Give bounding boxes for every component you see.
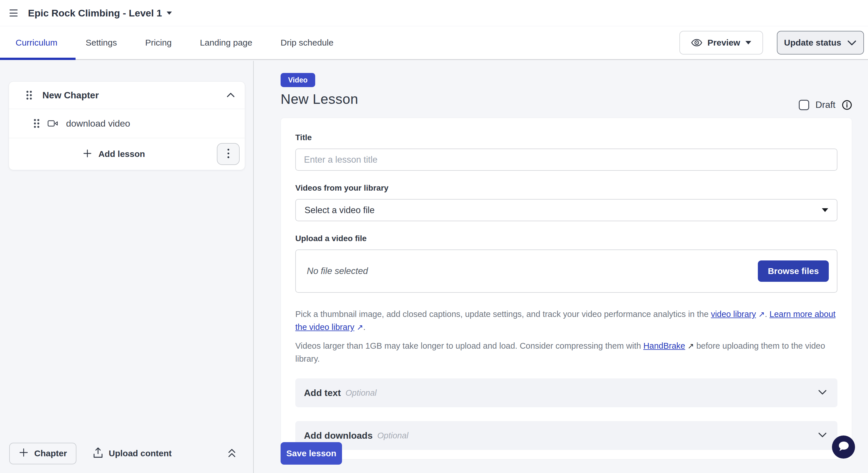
compress-help-text: Videos larger than 1GB may take longer t… [295,340,837,365]
video-library-select[interactable]: Select a video file [295,199,837,221]
lesson-editor-header: Video New Lesson Draft [281,73,852,107]
accordion-label: Add downloads [304,430,373,441]
preview-label: Preview [707,38,740,48]
select-value: Select a video file [305,205,375,216]
sidebar-footer: Chapter Upload content [0,442,253,465]
content-area: New Chapter [0,61,868,473]
chapter-title: New Chapter [42,90,226,101]
lesson-type-badge: Video [281,73,315,87]
browse-files-button[interactable]: Browse files [758,260,829,282]
tab-label: Landing page [200,38,252,48]
add-lesson-row: Add lesson [9,138,245,170]
file-dropzone[interactable]: No file selected Browse files [295,250,837,293]
plus-icon [19,448,29,460]
tab-bar: Curriculum Settings Pricing Landing page… [0,26,868,60]
accordion-label: Add text [304,388,341,398]
tab-label: Drip schedule [281,38,333,48]
video-camera-icon [48,120,58,127]
lesson-title-input[interactable] [295,149,837,171]
external-link-icon: ↗ [357,323,363,332]
tabs: Curriculum Settings Pricing Landing page… [0,26,362,59]
upload-content-button[interactable]: Upload content [93,447,172,460]
tab-label: Curriculum [16,38,57,48]
double-chevron-up-icon [227,447,237,460]
header-actions: Preview Update status [679,26,864,59]
help-text: Pick a thumbnail image, add closed capti… [295,310,711,319]
external-link-icon: ↗ [758,310,765,319]
top-bar: Epic Rock Climbing - Level 1 [0,0,868,26]
tab-label: Pricing [145,38,172,48]
tab-drip-schedule[interactable]: Drip schedule [281,26,333,59]
eye-icon [691,38,702,47]
lesson-item[interactable]: download video [9,109,245,138]
upload-field-label: Upload a video file [295,234,837,243]
add-lesson-button[interactable]: Add lesson [9,138,219,170]
upload-content-label: Upload content [109,448,172,458]
draft-label: Draft [815,99,835,110]
add-lesson-label: Add lesson [98,149,145,159]
preview-button[interactable]: Preview [679,31,763,55]
accordion-optional: Optional [345,388,818,398]
chevron-down-icon [818,389,827,396]
caret-down-icon [745,41,751,44]
add-chapter-button[interactable]: Chapter [9,443,76,464]
menu-icon[interactable] [9,9,18,17]
help-text: . [363,322,365,332]
kebab-menu-icon [227,148,230,160]
info-icon[interactable] [842,100,852,110]
curriculum-sidebar: New Chapter [0,61,254,473]
tab-label: Settings [86,38,117,48]
tab-landing-page[interactable]: Landing page [200,26,252,59]
chapter-header[interactable]: New Chapter [9,82,245,109]
course-title: Epic Rock Climbing - Level 1 [28,7,162,19]
chevron-up-icon[interactable] [226,93,235,98]
handbrake-link[interactable]: HandBrake [643,341,685,350]
chat-bubble-icon [837,440,850,454]
lesson-form-card: Title Videos from your library Select a … [281,118,852,460]
chat-widget-button[interactable] [832,436,855,459]
help-text: Videos larger than 1GB may take longer t… [295,341,643,350]
caret-down-icon [822,208,828,212]
no-file-text: No file selected [307,266,368,276]
upload-icon [93,447,103,460]
update-status-button[interactable]: Update status [777,31,864,55]
title-field-label: Title [295,133,837,142]
video-library-link[interactable]: video library [711,310,756,319]
add-text-accordion[interactable]: Add text Optional [295,378,837,407]
caret-down-icon [167,11,172,15]
accordion-optional: Optional [377,431,818,440]
library-field-label: Videos from your library [295,183,837,193]
tab-curriculum[interactable]: Curriculum [16,26,57,59]
update-status-label: Update status [784,38,841,48]
help-text: . [765,310,769,319]
collapse-all-button[interactable] [227,447,237,460]
page-title: New Lesson [281,91,852,107]
drag-handle-icon[interactable] [33,119,40,128]
course-title-dropdown[interactable]: Epic Rock Climbing - Level 1 [28,7,172,19]
active-tab-underline [0,58,75,60]
video-help-text: Pick a thumbnail image, add closed capti… [295,308,837,334]
external-link-icon: ↗ [687,342,694,350]
tab-settings[interactable]: Settings [86,26,117,59]
add-downloads-accordion[interactable]: Add downloads Optional [295,421,837,450]
draft-toggle: Draft [799,99,852,110]
chevron-down-icon [847,39,857,46]
plus-icon [83,149,92,159]
tab-pricing[interactable]: Pricing [145,26,172,59]
chapter-card: New Chapter [9,81,245,170]
chapter-options-button[interactable] [217,143,240,165]
drag-handle-icon[interactable] [26,90,33,100]
draft-checkbox[interactable] [799,100,809,110]
chevron-down-icon [818,432,827,439]
save-lesson-button[interactable]: Save lesson [281,442,342,465]
add-chapter-label: Chapter [34,448,67,458]
lesson-title: download video [66,118,130,129]
lesson-editor: Video New Lesson Draft Title Videos from… [254,61,868,473]
